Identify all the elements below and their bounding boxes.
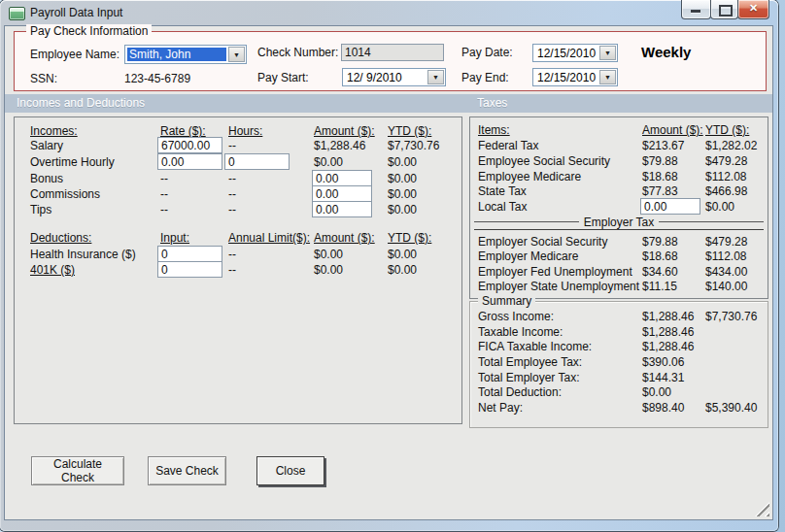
income-label: Tips bbox=[30, 202, 51, 217]
chevron-down-icon[interactable]: ▼ bbox=[599, 70, 616, 84]
summary-ytd: $5,390.40 bbox=[705, 400, 757, 416]
pay-start-label: Pay Start: bbox=[257, 71, 309, 84]
summary-label: FICA Taxable Income: bbox=[478, 339, 592, 354]
paycheck-info-group: Pay Check Information Employee Name: Smi… bbox=[14, 31, 767, 91]
maximize-icon bbox=[719, 5, 733, 17]
annual-limit-header: Annual Limit($): bbox=[228, 230, 310, 246]
tax-row-federal: Federal Tax $213.67 $1,282.02 bbox=[470, 138, 768, 153]
tax-row-state: State Tax $77.83 $466.98 bbox=[470, 183, 768, 199]
tax-label: Federal Tax bbox=[478, 138, 538, 153]
titlebar[interactable]: Payroll Data Input ✕ bbox=[0, 0, 778, 26]
check-number-field[interactable] bbox=[341, 44, 444, 61]
check-number-label: Check Number: bbox=[257, 46, 338, 59]
pay-date-datepicker[interactable]: 12/15/2010 ▼ bbox=[532, 44, 618, 62]
income-row-tips: Tips -- -- $0.00 bbox=[15, 202, 461, 217]
close-window-button[interactable]: ✕ bbox=[737, 0, 769, 19]
tax-label: Employee Social Security bbox=[478, 153, 610, 169]
deduction-401k-link[interactable]: 401K ($) bbox=[30, 262, 75, 278]
tax-amount: $79.88 bbox=[642, 153, 678, 169]
hours-header: Hours: bbox=[228, 123, 262, 139]
pay-end-datepicker[interactable]: 12/15/2010 ▼ bbox=[532, 68, 618, 86]
tax-ytd: $479.28 bbox=[705, 153, 747, 169]
ytd-header: YTD ($): bbox=[388, 123, 431, 139]
chevron-down-icon[interactable]: ▼ bbox=[228, 47, 245, 62]
amount-header: Amount ($): bbox=[314, 230, 375, 246]
tax-label: Employee Medicare bbox=[478, 169, 581, 184]
tax-label: State Tax bbox=[478, 183, 527, 199]
incomes-header-row: Incomes: Rate ($): Hours: Amount ($): YT… bbox=[15, 123, 461, 139]
tax-ytd: $112.08 bbox=[705, 249, 747, 264]
tax-amount: $79.88 bbox=[642, 234, 678, 249]
incomes-deductions-panel: Incomes: Rate ($): Hours: Amount ($): YT… bbox=[14, 116, 462, 424]
maximize-button[interactable] bbox=[710, 0, 738, 19]
tax-row-employer-medicare: Employer Medicare $18.68 $112.08 bbox=[470, 249, 768, 264]
calculate-check-button[interactable]: Calculate Check bbox=[31, 456, 124, 485]
summary-amount: $898.40 bbox=[642, 400, 684, 416]
tax-row-employer-fed-unemployment: Employer Fed Unemployment $34.60 $434.00 bbox=[470, 264, 768, 280]
salary-rate-input[interactable] bbox=[157, 137, 222, 153]
deduction-amount: $0.00 bbox=[314, 262, 343, 278]
summary-amount: $144.31 bbox=[642, 370, 684, 385]
commissions-amount-input[interactable] bbox=[312, 185, 372, 202]
employee-name-combobox[interactable]: Smith, John ▼ bbox=[124, 45, 247, 64]
payroll-window: Payroll Data Input ✕ Pay Check Informati… bbox=[0, 0, 778, 531]
income-row-salary: Salary -- $1,288.46 $7,730.76 bbox=[15, 138, 461, 153]
ytd-header: YTD ($): bbox=[388, 230, 431, 246]
tax-ytd: $112.08 bbox=[705, 169, 747, 184]
save-check-button[interactable]: Save Check bbox=[148, 456, 226, 485]
income-label: Commissions bbox=[30, 186, 100, 202]
chevron-down-icon[interactable]: ▼ bbox=[599, 46, 616, 60]
deduction-row-health-insurance: Health Insurance ($) -- $0.00 $0.00 bbox=[15, 247, 461, 262]
health-insurance-input[interactable] bbox=[157, 246, 222, 262]
income-row-commissions: Commissions -- -- $0.00 bbox=[15, 186, 461, 202]
tax-label: Employer Fed Unemployment bbox=[478, 264, 632, 280]
income-hours: -- bbox=[228, 202, 236, 217]
tax-row-local: Local Tax $0.00 bbox=[470, 199, 768, 215]
pay-date-value: 12/15/2010 bbox=[535, 47, 597, 59]
pay-frequency-label: Weekly bbox=[641, 44, 691, 60]
chevron-down-icon[interactable]: ▼ bbox=[427, 70, 444, 84]
summary-amount: $390.06 bbox=[642, 354, 684, 370]
minimize-button[interactable] bbox=[681, 0, 711, 19]
overtime-hours-input[interactable] bbox=[224, 153, 290, 170]
pay-start-datepicker[interactable]: 12/ 9/2010 ▼ bbox=[342, 68, 446, 86]
tips-amount-input[interactable] bbox=[312, 201, 372, 217]
summary-label: Taxable Income: bbox=[478, 324, 563, 340]
overtime-rate-input[interactable] bbox=[157, 153, 222, 170]
income-row-overtime: Overtime Hourly $0.00 $0.00 bbox=[15, 154, 461, 170]
tax-amount: $213.67 bbox=[642, 138, 684, 153]
close-button[interactable]: Close bbox=[256, 456, 324, 485]
summary-group: Summary Gross Income: $1,288.46 $7,730.7… bbox=[469, 301, 768, 428]
employee-name-label: Employee Name: bbox=[30, 48, 119, 61]
minimize-icon bbox=[691, 10, 700, 13]
local-tax-input[interactable] bbox=[640, 198, 700, 215]
deduction-annual-limit: -- bbox=[228, 262, 236, 278]
summary-row-fica: FICA Taxable Income: $1,288.46 bbox=[470, 339, 768, 354]
income-ytd: $7,730.76 bbox=[388, 138, 439, 153]
income-hours: -- bbox=[228, 186, 236, 202]
401k-input[interactable] bbox=[157, 261, 222, 278]
summary-amount: $0.00 bbox=[642, 384, 671, 400]
income-ytd: $0.00 bbox=[388, 154, 417, 170]
tax-row-employer-social-security: Employer Social Security $79.88 $479.28 bbox=[470, 234, 768, 249]
ssn-value: 123-45-6789 bbox=[124, 72, 190, 85]
pay-start-value: 12/ 9/2010 bbox=[345, 71, 426, 83]
income-ytd: $0.00 bbox=[388, 171, 417, 186]
taxes-panel: Items: Amount ($): YTD ($): Federal Tax … bbox=[469, 116, 768, 299]
deductions-header-row: Deductions: Input: Annual Limit($): Amou… bbox=[15, 230, 461, 246]
incomes-header: Incomes: bbox=[30, 123, 78, 139]
tax-row-employer-state-unemployment: Employer State Unemployment $11.15 $140.… bbox=[470, 279, 768, 294]
income-hours: -- bbox=[228, 138, 236, 153]
resize-grip[interactable] bbox=[755, 502, 769, 516]
tax-label: Employer Medicare bbox=[478, 249, 578, 264]
amount-header: Amount ($): bbox=[642, 122, 703, 138]
deductions-header: Deductions: bbox=[30, 230, 91, 246]
bonus-amount-input[interactable] bbox=[312, 170, 372, 186]
summary-amount: $1,288.46 bbox=[642, 309, 694, 324]
income-amount: $0.00 bbox=[314, 154, 343, 170]
ssn-label: SSN: bbox=[30, 72, 57, 85]
deduction-amount: $0.00 bbox=[314, 247, 343, 262]
input-header: Input: bbox=[160, 230, 189, 246]
tax-label: Local Tax bbox=[478, 199, 527, 215]
income-hours: -- bbox=[228, 171, 236, 186]
